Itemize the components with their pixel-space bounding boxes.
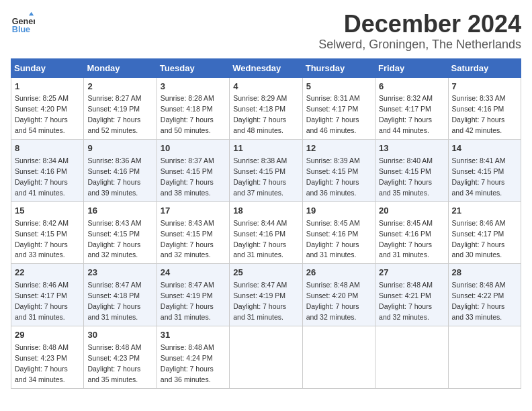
calendar-header-saturday: Saturday xyxy=(448,58,521,77)
calendar-day-cell: 25Sunrise: 8:47 AMSunset: 4:19 PMDayligh… xyxy=(230,264,302,326)
day-sunset: Sunset: 4:15 PM xyxy=(15,230,67,238)
day-sunrise: Sunrise: 8:44 AM xyxy=(233,219,287,227)
day-sunset: Sunset: 4:16 PM xyxy=(87,167,140,175)
calendar-header-tuesday: Tuesday xyxy=(157,58,229,77)
day-daylight: Daylight: 7 hours and 41 minutes. xyxy=(15,178,68,197)
calendar-day-cell: 2Sunrise: 8:27 AMSunset: 4:19 PMDaylight… xyxy=(84,77,157,140)
calendar-day-cell: 15Sunrise: 8:42 AMSunset: 4:15 PMDayligh… xyxy=(11,201,84,264)
calendar-day-cell: 30Sunrise: 8:48 AMSunset: 4:23 PMDayligh… xyxy=(84,326,157,388)
day-number: 26 xyxy=(306,267,371,279)
day-sunset: Sunset: 4:17 PM xyxy=(306,105,359,113)
day-sunrise: Sunrise: 8:38 AM xyxy=(233,156,287,165)
calendar-day-cell: 3Sunrise: 8:28 AMSunset: 4:18 PMDaylight… xyxy=(157,77,229,140)
day-daylight: Daylight: 7 hours and 31 minutes. xyxy=(306,240,359,259)
day-sunrise: Sunrise: 8:27 AM xyxy=(87,94,141,102)
calendar-day-cell: 12Sunrise: 8:39 AMSunset: 4:15 PMDayligh… xyxy=(302,140,375,202)
day-sunrise: Sunrise: 8:36 AM xyxy=(87,156,141,165)
day-daylight: Daylight: 7 hours and 34 minutes. xyxy=(452,178,505,197)
day-sunset: Sunset: 4:16 PM xyxy=(452,105,504,113)
day-daylight: Daylight: 7 hours and 32 minutes. xyxy=(161,240,214,259)
day-sunrise: Sunrise: 8:31 AM xyxy=(306,94,360,102)
day-number: 16 xyxy=(87,205,152,218)
day-daylight: Daylight: 7 hours and 35 minutes. xyxy=(379,178,432,197)
calendar-day-cell: 7Sunrise: 8:33 AMSunset: 4:16 PMDaylight… xyxy=(448,77,521,140)
day-number: 1 xyxy=(15,81,80,93)
calendar-day-cell: 5Sunrise: 8:31 AMSunset: 4:17 PMDaylight… xyxy=(302,77,375,140)
logo-icon: General Blue xyxy=(11,11,35,35)
calendar-day-cell xyxy=(302,326,375,388)
calendar-header-wednesday: Wednesday xyxy=(230,58,302,77)
day-number: 24 xyxy=(161,267,226,279)
day-sunset: Sunset: 4:17 PM xyxy=(379,105,431,113)
day-sunrise: Sunrise: 8:47 AM xyxy=(161,281,214,289)
day-sunset: Sunset: 4:18 PM xyxy=(233,105,285,113)
svg-marker-2 xyxy=(29,12,34,15)
calendar-header-sunday: Sunday xyxy=(11,58,84,77)
day-sunrise: Sunrise: 8:28 AM xyxy=(161,94,214,102)
day-daylight: Daylight: 7 hours and 32 minutes. xyxy=(379,302,432,321)
calendar-header-row: SundayMondayTuesdayWednesdayThursdayFrid… xyxy=(11,58,521,77)
day-sunset: Sunset: 4:20 PM xyxy=(306,291,359,300)
calendar-day-cell: 22Sunrise: 8:46 AMSunset: 4:17 PMDayligh… xyxy=(11,264,84,326)
day-sunset: Sunset: 4:17 PM xyxy=(15,291,67,300)
day-number: 9 xyxy=(87,142,152,155)
calendar-day-cell: 14Sunrise: 8:41 AMSunset: 4:15 PMDayligh… xyxy=(448,140,521,202)
day-sunrise: Sunrise: 8:41 AM xyxy=(452,156,506,165)
day-daylight: Daylight: 7 hours and 36 minutes. xyxy=(161,365,214,383)
day-number: 29 xyxy=(15,329,80,342)
calendar-header-friday: Friday xyxy=(375,58,448,77)
day-daylight: Daylight: 7 hours and 31 minutes. xyxy=(233,240,286,259)
day-daylight: Daylight: 7 hours and 31 minutes. xyxy=(87,302,140,321)
calendar-day-cell: 27Sunrise: 8:48 AMSunset: 4:21 PMDayligh… xyxy=(375,264,448,326)
day-daylight: Daylight: 7 hours and 33 minutes. xyxy=(15,240,68,259)
calendar-day-cell: 21Sunrise: 8:46 AMSunset: 4:17 PMDayligh… xyxy=(448,201,521,264)
calendar-day-cell: 31Sunrise: 8:48 AMSunset: 4:24 PMDayligh… xyxy=(157,326,229,388)
day-number: 12 xyxy=(306,142,371,155)
day-sunrise: Sunrise: 8:46 AM xyxy=(15,281,69,289)
calendar-day-cell: 9Sunrise: 8:36 AMSunset: 4:16 PMDaylight… xyxy=(84,140,157,202)
day-sunrise: Sunrise: 8:45 AM xyxy=(379,219,433,227)
day-daylight: Daylight: 7 hours and 37 minutes. xyxy=(233,178,286,197)
day-number: 2 xyxy=(87,81,152,93)
calendar-week-row: 1Sunrise: 8:25 AMSunset: 4:20 PMDaylight… xyxy=(11,77,521,140)
day-number: 20 xyxy=(379,205,444,218)
day-sunrise: Sunrise: 8:43 AM xyxy=(87,219,141,227)
day-sunrise: Sunrise: 8:32 AM xyxy=(379,94,433,102)
day-number: 7 xyxy=(452,81,517,93)
day-daylight: Daylight: 7 hours and 31 minutes. xyxy=(15,302,68,321)
day-sunrise: Sunrise: 8:48 AM xyxy=(87,343,141,351)
day-daylight: Daylight: 7 hours and 50 minutes. xyxy=(161,116,214,134)
day-number: 30 xyxy=(87,329,152,342)
day-sunrise: Sunrise: 8:33 AM xyxy=(452,94,506,102)
day-number: 22 xyxy=(15,267,80,279)
calendar-day-cell: 18Sunrise: 8:44 AMSunset: 4:16 PMDayligh… xyxy=(230,201,302,264)
calendar-day-cell xyxy=(230,326,302,388)
day-daylight: Daylight: 7 hours and 35 minutes. xyxy=(87,365,140,383)
day-sunrise: Sunrise: 8:29 AM xyxy=(233,94,287,102)
day-sunrise: Sunrise: 8:48 AM xyxy=(452,281,506,289)
day-daylight: Daylight: 7 hours and 30 minutes. xyxy=(452,240,505,259)
day-sunset: Sunset: 4:16 PM xyxy=(306,230,359,238)
logo: General Blue xyxy=(11,11,35,35)
day-number: 31 xyxy=(161,329,226,342)
calendar-week-row: 8Sunrise: 8:34 AMSunset: 4:16 PMDaylight… xyxy=(11,140,521,202)
day-number: 25 xyxy=(233,267,298,279)
day-sunrise: Sunrise: 8:46 AM xyxy=(452,219,506,227)
day-sunrise: Sunrise: 8:34 AM xyxy=(15,156,69,165)
day-number: 11 xyxy=(233,142,298,155)
calendar-header-monday: Monday xyxy=(84,58,157,77)
day-sunset: Sunset: 4:23 PM xyxy=(87,354,140,362)
month-title: December 2024 xyxy=(318,11,521,38)
day-sunset: Sunset: 4:15 PM xyxy=(87,230,140,238)
day-number: 5 xyxy=(306,81,371,93)
day-sunrise: Sunrise: 8:47 AM xyxy=(233,281,287,289)
day-sunset: Sunset: 4:15 PM xyxy=(161,230,213,238)
day-sunset: Sunset: 4:15 PM xyxy=(161,167,213,175)
day-sunrise: Sunrise: 8:43 AM xyxy=(161,219,214,227)
day-sunset: Sunset: 4:18 PM xyxy=(161,105,213,113)
calendar-week-row: 15Sunrise: 8:42 AMSunset: 4:15 PMDayligh… xyxy=(11,201,521,264)
day-number: 27 xyxy=(379,267,444,279)
calendar-day-cell: 16Sunrise: 8:43 AMSunset: 4:15 PMDayligh… xyxy=(84,201,157,264)
day-sunset: Sunset: 4:15 PM xyxy=(233,167,285,175)
day-daylight: Daylight: 7 hours and 33 minutes. xyxy=(452,302,505,321)
